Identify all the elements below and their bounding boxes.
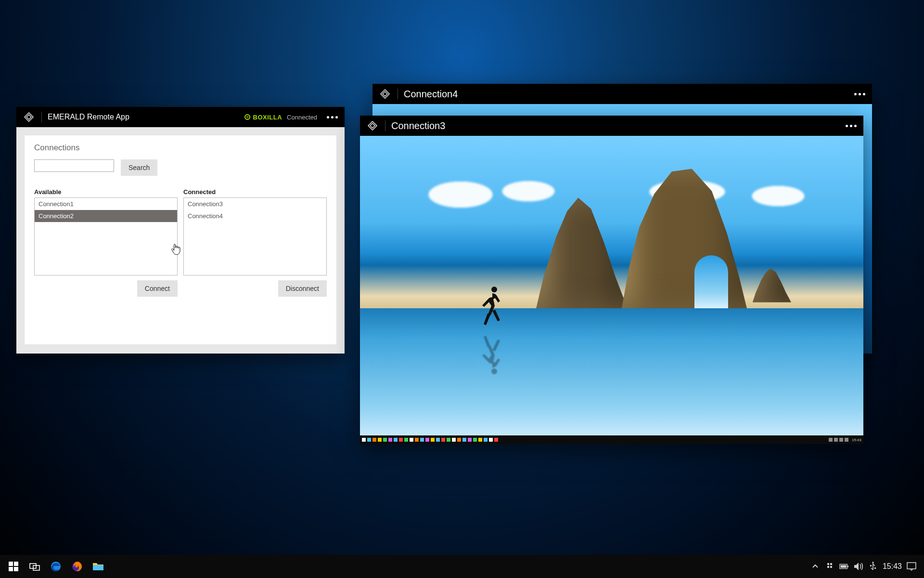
connected-list[interactable]: Connection3Connection4 [183,197,327,276]
remote-app-icon[interactable] [436,438,440,442]
taskbar-firefox-icon[interactable] [66,555,88,578]
svg-rect-16 [907,563,916,569]
connected-label: Connected [183,188,327,196]
search-button[interactable]: Search [121,159,157,176]
divider [398,89,398,99]
start-button[interactable] [3,555,24,578]
connected-item[interactable]: Connection4 [184,210,326,222]
remote-app-icon[interactable] [447,438,450,442]
divider [41,112,42,122]
connect-button[interactable]: Connect [137,280,178,297]
runner-reflection-icon [481,334,503,376]
disconnect-button[interactable]: Disconnect [278,280,327,297]
remote3-titlebar[interactable]: Connection3 [360,116,863,136]
remote-app-icon[interactable] [457,438,461,442]
remote-desktop-wallpaper [360,136,863,444]
svg-rect-4 [9,567,13,571]
taskbar-edge-icon[interactable] [45,555,66,578]
svg-rect-2 [9,562,13,566]
available-item[interactable]: Connection2 [35,210,177,222]
tray-chevron-up-icon[interactable] [810,562,820,571]
remote-tray-icon[interactable] [845,438,848,442]
remote-app-icon[interactable] [441,438,445,442]
remote-app-icon[interactable] [431,438,435,442]
emerald-menu-button[interactable] [327,116,338,118]
runner-silhouette-icon [481,285,503,327]
svg-rect-5 [14,567,18,571]
remote-app-icon[interactable] [383,438,387,442]
remote-app-icon[interactable] [468,438,472,442]
svg-rect-3 [14,562,18,566]
remote4-menu-button[interactable] [854,93,865,95]
search-input[interactable] [34,159,114,172]
svg-point-1 [491,368,497,374]
remote-app-icon[interactable] [394,438,398,442]
rock-formation-icon [536,197,628,308]
emerald-logo-icon [23,111,35,123]
remote3-menu-button[interactable] [846,125,857,127]
boxilla-status: BOXILLA Connected [244,114,317,121]
svg-rect-14 [870,565,872,566]
panel-title: Connections [34,143,327,153]
boxilla-brand: BOXILLA [253,114,282,121]
remote-app-icon[interactable] [478,438,482,442]
host-taskbar: 15:43 [0,555,924,578]
emerald-logo-icon [379,88,391,100]
remote-app-icon[interactable] [473,438,477,442]
svg-rect-11 [841,565,847,567]
task-view-button[interactable] [24,555,45,578]
rock-small-icon [753,269,791,302]
svg-rect-12 [847,565,848,567]
svg-point-13 [872,562,873,563]
emerald-titlebar[interactable]: EMERALD Remote App BOXILLA Connected [16,107,345,127]
taskbar-file-explorer-icon[interactable] [88,555,109,578]
emerald-title: EMERALD Remote App [48,113,129,121]
remote-app-icon[interactable] [410,438,413,442]
remote-tray-icon[interactable] [839,438,843,442]
remote-start-icon[interactable] [362,438,366,442]
emerald-logo-icon [367,120,378,131]
remote-app-icon[interactable] [462,438,466,442]
remote-app-icon[interactable] [378,438,382,442]
rock-arch-icon [622,169,747,308]
remote-app-icon[interactable] [425,438,429,442]
remote3-viewport[interactable]: 15:43 [360,136,863,444]
remote-desktop-taskbar[interactable]: 15:43 [360,435,863,444]
available-list[interactable]: Connection1Connection2 [34,197,178,276]
tray-volume-icon[interactable] [854,562,863,571]
remote-taskbar-clock: 15:43 [852,438,861,442]
remote-app-icon[interactable] [452,438,456,442]
connections-panel: Connections Search Available Connection1… [24,135,337,345]
remote-app-icon[interactable] [399,438,403,442]
emerald-app-window: EMERALD Remote App BOXILLA Connected Con… [16,107,345,354]
remote4-titlebar[interactable]: Connection4 [372,84,872,104]
remote-app-icon[interactable] [494,438,498,442]
taskbar-clock: 15:43 [883,562,902,571]
remote-app-icon[interactable] [420,438,424,442]
remote4-title: Connection4 [404,89,458,100]
remote-app-icon[interactable] [415,438,419,442]
tray-notifications-icon[interactable] [907,562,916,571]
status-indicator-icon [244,114,250,120]
system-tray: 15:43 [810,562,921,571]
remote-app-icon[interactable] [489,438,493,442]
tray-battery-icon[interactable] [839,562,849,571]
svg-point-0 [491,287,497,292]
remote-app-icon[interactable] [388,438,392,442]
available-item[interactable]: Connection1 [35,198,177,210]
connected-item[interactable]: Connection3 [184,198,326,210]
tray-sync-icon[interactable] [825,562,834,571]
remote3-title: Connection3 [391,120,445,131]
svg-point-15 [874,567,876,569]
boxilla-status-text: Connected [287,114,317,121]
remote-app-icon[interactable] [367,438,371,442]
remote-app-icon[interactable] [484,438,488,442]
tray-usb-icon[interactable] [868,562,878,571]
remote-app-icon[interactable] [404,438,408,442]
divider [385,120,385,131]
remote-app-icon[interactable] [372,438,376,442]
remote-tray-icon[interactable] [829,438,833,442]
remote-window-connection3[interactable]: Connection3 [360,116,863,444]
remote-tray-icon[interactable] [834,438,838,442]
available-label: Available [34,188,178,196]
